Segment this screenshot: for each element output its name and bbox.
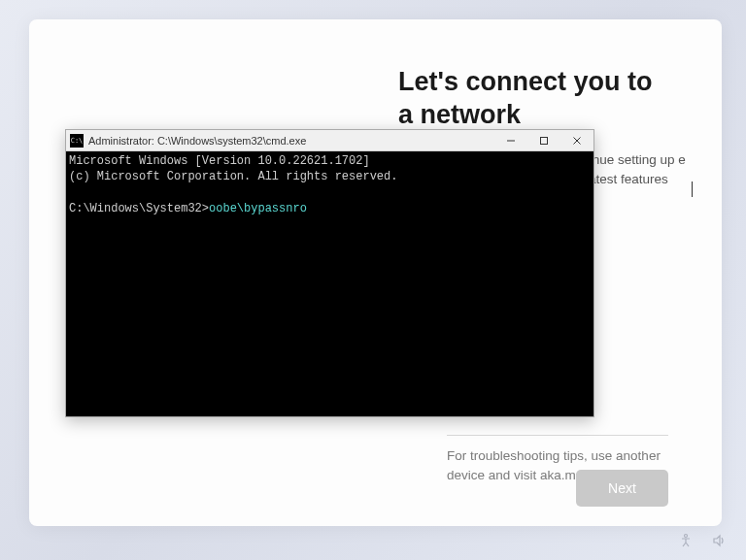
text-cursor: [692, 181, 693, 197]
cmd-title: Administrator: C:\Windows\system32\cmd.e…: [88, 135, 494, 147]
minimize-icon: [506, 136, 516, 146]
cmd-titlebar[interactable]: C:\ Administrator: C:\Windows\system32\c…: [66, 130, 593, 151]
close-icon: [572, 136, 582, 146]
volume-icon[interactable]: [711, 533, 727, 552]
next-button[interactable]: Next: [576, 470, 668, 507]
taskbar-icons: [678, 533, 727, 552]
accessibility-icon[interactable]: [678, 533, 694, 552]
cmd-line2: (c) Microsoft Corporation. All rights re…: [69, 170, 397, 183]
cmd-command: oobe\bypassnro: [209, 202, 307, 215]
window-controls: [494, 130, 593, 150]
maximize-icon: [539, 136, 549, 146]
cmd-body[interactable]: Microsoft Windows [Version 10.0.22621.17…: [66, 151, 593, 416]
cmd-window[interactable]: C:\ Administrator: C:\Windows\system32\c…: [65, 129, 594, 417]
svg-rect-1: [541, 137, 548, 144]
cmd-prompt: C:\Windows\System32>: [69, 202, 209, 215]
close-button[interactable]: [560, 130, 593, 150]
svg-point-4: [685, 535, 688, 538]
divider: [447, 435, 668, 436]
cmd-line1: Microsoft Windows [Version 10.0.22621.17…: [69, 154, 370, 168]
page-title: Let's connect you to a network: [398, 66, 670, 132]
minimize-button[interactable]: [494, 130, 527, 150]
subtitle-partial: tinue setting up e latest features: [586, 150, 688, 188]
maximize-button[interactable]: [527, 130, 560, 150]
cmd-icon: C:\: [70, 134, 84, 148]
